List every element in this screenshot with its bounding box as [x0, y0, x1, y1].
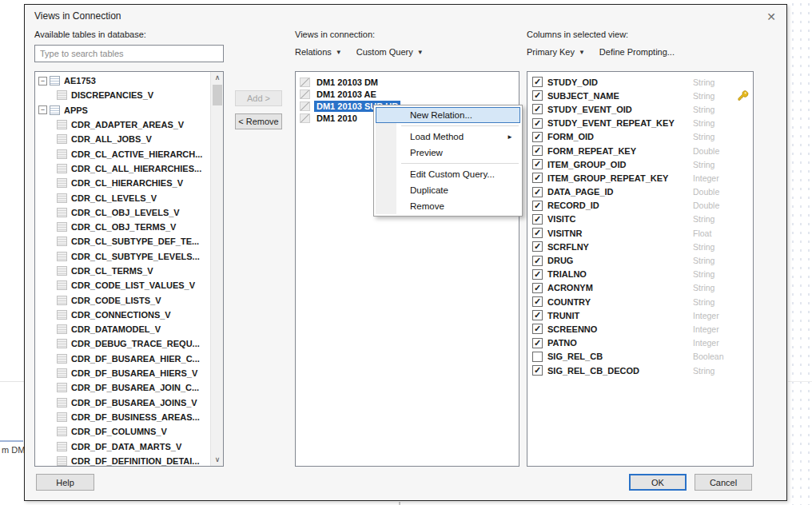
- tree-item-label: CDR_DEBUG_TRACE_REQU...: [71, 339, 200, 348]
- checkbox[interactable]: ✓: [532, 90, 543, 101]
- checkbox[interactable]: ✓: [532, 187, 543, 197]
- checkbox[interactable]: ✓: [532, 296, 543, 307]
- column-row[interactable]: ✓VISITCString: [527, 213, 753, 226]
- tree-row[interactable]: DISCREPANCIES_V: [35, 88, 210, 102]
- column-row[interactable]: ✓VISITNRFloat: [527, 226, 753, 240]
- tree-row[interactable]: CDR_DF_DEFINITION_DETAI...: [35, 454, 210, 467]
- menu-item-duplicate[interactable]: Duplicate: [376, 182, 520, 198]
- scroll-down-icon[interactable]: ∨: [211, 454, 224, 466]
- tree-row[interactable]: CDR_CONNECTIONS_V: [35, 308, 210, 322]
- define-prompting-button[interactable]: Define Prompting...: [599, 47, 675, 57]
- ok-button[interactable]: OK: [629, 474, 687, 491]
- tree-row[interactable]: CDR_CL_LEVELS_V: [35, 190, 210, 205]
- scroll-up-icon[interactable]: ∧: [211, 72, 224, 84]
- tree-row[interactable]: CDR_CL_SUBTYPE_LEVELS...: [35, 249, 210, 264]
- tree-row[interactable]: CDR_DF_BUSAREA_JOIN_C...: [35, 380, 210, 395]
- checkbox[interactable]: ✓: [532, 365, 543, 376]
- tree-row[interactable]: CDR_CODE_LIST_VALUES_V: [35, 278, 210, 292]
- relations-menu-button[interactable]: Relations ▼: [295, 47, 342, 57]
- column-row[interactable]: ✓DATA_PAGE_IDDouble: [527, 185, 753, 199]
- checkbox[interactable]: ✓: [532, 228, 543, 238]
- collapse-minus-icon[interactable]: −: [38, 105, 47, 114]
- column-row[interactable]: ✓FORM_OIDString: [527, 130, 753, 144]
- menu-separator: [401, 163, 519, 164]
- table-search-input[interactable]: [34, 45, 224, 62]
- tree-row[interactable]: CDR_ADAPTER_AREAS_V: [35, 117, 210, 132]
- columns-list[interactable]: ✓STUDY_OIDString✓SUBJECT_NAMEString✓STUD…: [527, 71, 754, 467]
- menu-item-load-method[interactable]: Load Method►: [376, 129, 520, 145]
- remove-button[interactable]: < Remove: [235, 113, 282, 129]
- tree-row[interactable]: CDR_DF_BUSINESS_AREAS...: [35, 410, 210, 424]
- column-row[interactable]: SIG_REL_CBBoolean: [527, 350, 753, 364]
- column-row[interactable]: ✓ACRONYMString: [527, 281, 753, 295]
- collapse-minus-icon[interactable]: −: [38, 77, 47, 85]
- column-row[interactable]: ✓SCREENNOInteger: [527, 322, 753, 336]
- tree-row[interactable]: CDR_DEBUG_TRACE_REQU...: [35, 336, 210, 351]
- checkbox[interactable]: ✓: [532, 256, 543, 266]
- column-row[interactable]: ✓TRUNITInteger: [527, 308, 753, 322]
- tree-row[interactable]: CDR_ALL_JOBS_V: [35, 132, 210, 146]
- tree-row[interactable]: CDR_CL_TERMS_V: [35, 264, 210, 278]
- checkbox[interactable]: ✓: [532, 283, 543, 293]
- tree-row[interactable]: CDR_CODE_LISTS_V: [35, 292, 210, 307]
- column-row[interactable]: ✓PATNOInteger: [527, 336, 753, 350]
- checkbox[interactable]: ✓: [532, 173, 543, 183]
- checkbox[interactable]: ✓: [532, 214, 543, 225]
- column-row[interactable]: ✓TRIALNOString: [527, 268, 753, 281]
- column-row[interactable]: ✓SIG_REL_CB_DECODString: [527, 364, 753, 377]
- menu-item-preview[interactable]: Preview: [376, 145, 520, 161]
- view-row[interactable]: DM1 20103 DM: [296, 76, 519, 88]
- column-row[interactable]: ✓STUDY_OIDString: [527, 75, 753, 89]
- checkbox[interactable]: ✓: [532, 145, 543, 156]
- tree-row[interactable]: CDR_CL_HIERARCHIES_V: [35, 176, 210, 190]
- checkbox[interactable]: ✓: [532, 310, 543, 320]
- column-row[interactable]: ✓SCRFLNYString: [527, 240, 753, 253]
- scrollbar-thumb[interactable]: [213, 85, 222, 105]
- tree-row[interactable]: CDR_CL_ALL_HIERARCHIES...: [35, 161, 210, 176]
- column-row[interactable]: ✓ITEM_GROUP_REPEAT_KEYInteger: [527, 171, 753, 185]
- help-button[interactable]: Help: [36, 474, 94, 491]
- checkbox[interactable]: ✓: [532, 104, 543, 114]
- checkbox[interactable]: ✓: [532, 324, 543, 334]
- column-row[interactable]: ✓RECORD_IDDouble: [527, 199, 753, 213]
- menu-item-new-relation[interactable]: New Relation...: [376, 107, 520, 123]
- tree-row[interactable]: CDR_CL_ACTIVE_HIERARCH...: [35, 146, 210, 161]
- tree-row[interactable]: CDR_DATAMODEL_V: [35, 322, 210, 336]
- column-row[interactable]: ✓SUBJECT_NAMEString: [527, 89, 753, 102]
- menu-item-edit-custom-query[interactable]: Edit Custom Query...: [376, 166, 520, 182]
- tree-row[interactable]: CDR_CL_SUBTYPE_DEF_TE...: [35, 234, 210, 249]
- tree-row[interactable]: CDR_CL_OBJ_LEVELS_V: [35, 205, 210, 220]
- column-row[interactable]: ✓STUDY_EVENT_OIDString: [527, 102, 753, 116]
- tree-row[interactable]: CDR_DF_DATA_MARTS_V: [35, 439, 210, 453]
- tables-tree[interactable]: −AE1753DISCREPANCIES_V−APPSCDR_ADAPTER_A…: [34, 71, 224, 467]
- close-icon[interactable]: ✕: [757, 7, 786, 26]
- add-button[interactable]: Add >: [235, 90, 282, 106]
- tree-row[interactable]: CDR_DF_COLUMNS_V: [35, 424, 210, 439]
- tree-row[interactable]: CDR_DF_BUSAREA_HIER_C...: [35, 352, 210, 366]
- menu-item-remove[interactable]: Remove: [376, 198, 520, 214]
- tree-row[interactable]: −AE1753: [35, 74, 210, 88]
- tree-row[interactable]: CDR_DF_BUSAREA_JOINS_V: [35, 396, 210, 410]
- checkbox[interactable]: ✓: [532, 118, 543, 129]
- checkbox[interactable]: ✓: [532, 241, 543, 252]
- column-row[interactable]: ✓DRUGString: [527, 253, 753, 267]
- cancel-button[interactable]: Cancel: [695, 474, 752, 491]
- checkbox[interactable]: ✓: [532, 338, 543, 348]
- tree-scrollbar[interactable]: ∧ ∨: [210, 72, 223, 466]
- column-row[interactable]: ✓STUDY_EVENT_REPEAT_KEYString: [527, 117, 753, 130]
- checkbox[interactable]: ✓: [532, 132, 543, 142]
- custom-query-menu-button[interactable]: Custom Query ▼: [356, 47, 424, 57]
- checkbox[interactable]: ✓: [532, 201, 543, 211]
- checkbox[interactable]: ✓: [532, 269, 543, 280]
- view-row[interactable]: DM1 20103 AE: [296, 88, 519, 100]
- primary-key-menu-button[interactable]: Primary Key ▼: [527, 47, 585, 57]
- checkbox[interactable]: ✓: [532, 159, 543, 169]
- tree-row[interactable]: −APPS: [35, 103, 210, 117]
- tree-row[interactable]: CDR_CL_OBJ_TERMS_V: [35, 220, 210, 234]
- checkbox[interactable]: ✓: [532, 77, 543, 87]
- column-row[interactable]: ✓ITEM_GROUP_OIDString: [527, 157, 753, 171]
- tree-row[interactable]: CDR_DF_BUSAREA_HIERS_V: [35, 366, 210, 380]
- column-row[interactable]: ✓FORM_REPEAT_KEYDouble: [527, 144, 753, 157]
- checkbox[interactable]: [532, 352, 543, 362]
- column-row[interactable]: ✓COUNTRYString: [527, 295, 753, 308]
